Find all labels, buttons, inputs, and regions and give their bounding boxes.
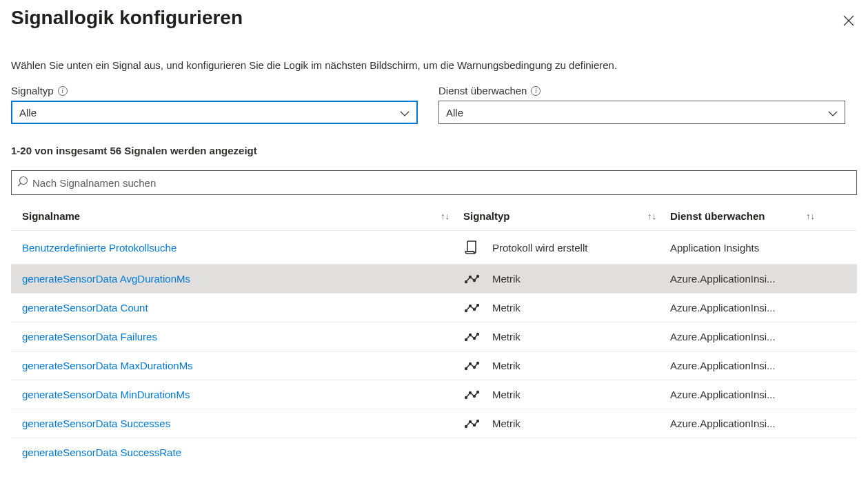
- signal-type-cell: Metrik: [463, 418, 670, 429]
- signal-name-link[interactable]: generateSensorData MaxDurationMs: [22, 360, 463, 371]
- table-row[interactable]: Benutzerdefinierte ProtokollsucheProtoko…: [11, 231, 857, 265]
- signal-service-cell: Azure.ApplicationInsi...: [670, 360, 815, 371]
- log-icon: [463, 239, 480, 256]
- table-row[interactable]: generateSensorData MaxDurationMsMetrikAz…: [11, 351, 857, 380]
- signal-type-cell: Metrik: [463, 360, 670, 371]
- signal-service-cell: Application Insights: [670, 242, 815, 254]
- monitor-service-dropdown[interactable]: Alle: [438, 101, 845, 124]
- signal-type-cell: Metrik: [463, 389, 670, 400]
- table-row[interactable]: generateSensorData FailuresMetrikAzure.A…: [11, 322, 857, 351]
- column-header-service[interactable]: Dienst überwachen ↑↓: [670, 210, 815, 222]
- page-title: Signallogik konfigurieren: [11, 7, 243, 29]
- info-icon[interactable]: i: [58, 86, 68, 96]
- info-icon[interactable]: i: [531, 86, 541, 96]
- metric-icon: [463, 419, 480, 429]
- table-row[interactable]: generateSensorData MinDurationMsMetrikAz…: [11, 380, 857, 409]
- signal-type-text: Metrik: [492, 331, 521, 342]
- signal-name-link[interactable]: generateSensorData MinDurationMs: [22, 389, 463, 400]
- signals-table: Signalname ↑↓ Signaltyp ↑↓ Dienst überwa…: [11, 202, 857, 458]
- metric-icon: [463, 303, 480, 313]
- signal-service-cell: Azure.ApplicationInsi...: [670, 273, 815, 285]
- signal-type-cell: Protokoll wird erstellt: [463, 239, 670, 256]
- search-box[interactable]: [11, 170, 857, 195]
- column-header-type[interactable]: Signaltyp ↑↓: [463, 210, 670, 222]
- search-icon: [17, 176, 28, 189]
- sort-icon: ↑↓: [441, 211, 450, 221]
- signal-name-link[interactable]: generateSensorData Failures: [22, 331, 463, 342]
- signal-service-cell: Azure.ApplicationInsi...: [670, 418, 815, 429]
- metric-icon: [463, 390, 480, 400]
- signal-type-text: Metrik: [492, 389, 521, 400]
- signal-type-value: Alle: [19, 107, 37, 119]
- signal-type-dropdown[interactable]: Alle: [11, 101, 418, 124]
- sort-icon: ↑↓: [647, 211, 656, 221]
- signal-type-cell: Metrik: [463, 273, 670, 285]
- monitor-service-value: Alle: [446, 107, 463, 119]
- signal-service-cell: Azure.ApplicationInsi...: [670, 389, 815, 400]
- chevron-down-icon: [828, 107, 838, 119]
- result-count: 1-20 von insgesamt 56 Signalen werden an…: [11, 145, 857, 156]
- signal-type-cell: Metrik: [463, 331, 670, 342]
- metric-icon: [463, 274, 480, 284]
- signal-name-link[interactable]: generateSensorData Count: [22, 302, 463, 314]
- monitor-service-label: Dienst überwachen: [438, 85, 527, 96]
- search-input[interactable]: [32, 177, 851, 189]
- column-header-name[interactable]: Signalname ↑↓: [22, 210, 463, 222]
- metric-icon: [463, 332, 480, 342]
- column-header-name-label: Signalname: [22, 210, 80, 222]
- signal-type-text: Metrik: [492, 273, 521, 285]
- signal-name-link[interactable]: generateSensorData AvgDurationMs: [22, 273, 463, 285]
- chevron-down-icon: [400, 107, 410, 119]
- svg-line-3: [18, 183, 21, 186]
- signal-service-cell: Azure.ApplicationInsi...: [670, 331, 815, 342]
- column-header-service-label: Dienst überwachen: [670, 210, 765, 222]
- signal-type-text: Protokoll wird erstellt: [492, 242, 587, 254]
- sort-icon: ↑↓: [806, 211, 815, 221]
- signal-name-link[interactable]: generateSensorData Successes: [22, 418, 463, 429]
- signal-type-text: Metrik: [492, 360, 521, 371]
- description-text: Wählen Sie unten ein Signal aus, und kon…: [11, 59, 857, 71]
- signal-name-link[interactable]: generateSensorData SuccessRate: [22, 447, 463, 458]
- signal-type-text: Metrik: [492, 302, 521, 314]
- signal-type-text: Metrik: [492, 418, 521, 429]
- svg-point-2: [20, 177, 28, 185]
- table-header: Signalname ↑↓ Signaltyp ↑↓ Dienst überwa…: [11, 202, 857, 231]
- table-row[interactable]: generateSensorData CountMetrikAzure.Appl…: [11, 294, 857, 322]
- signal-type-cell: Metrik: [463, 302, 670, 314]
- table-row[interactable]: generateSensorData SuccessesMetrikAzure.…: [11, 409, 857, 438]
- metric-icon: [463, 361, 480, 371]
- signal-name-link[interactable]: Benutzerdefinierte Protokollsuche: [22, 242, 463, 254]
- column-header-type-label: Signaltyp: [463, 210, 510, 222]
- close-icon[interactable]: [840, 12, 857, 32]
- signal-type-label: Signaltyp: [11, 85, 54, 96]
- signal-service-cell: Azure.ApplicationInsi...: [670, 302, 815, 314]
- table-row[interactable]: generateSensorData SuccessRate: [11, 438, 857, 458]
- table-row[interactable]: generateSensorData AvgDurationMsMetrikAz…: [11, 265, 857, 294]
